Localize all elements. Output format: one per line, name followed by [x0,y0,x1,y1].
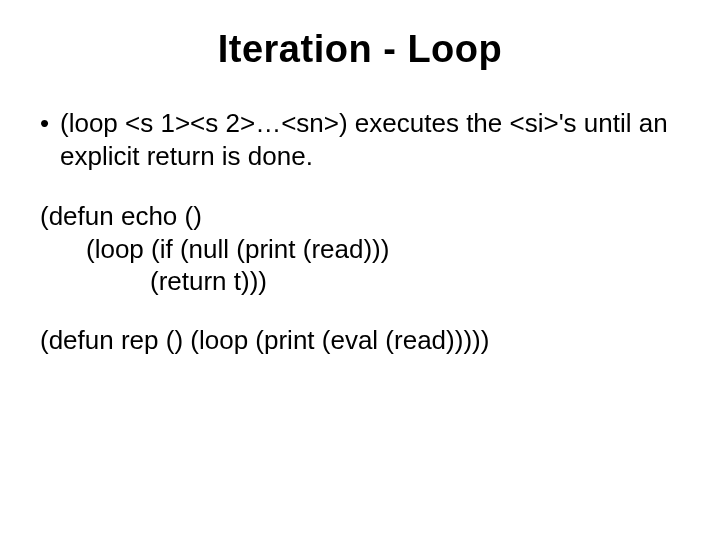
bullet-dot: • [40,107,60,172]
code-line: (loop (if (null (print (read))) [40,233,680,266]
code-line: (defun rep () (loop (print (eval (read))… [40,324,680,357]
slide-body: • (loop <s 1><s 2>…<sn>) executes the <s… [40,107,680,356]
code-line: (return t))) [40,265,680,298]
bullet-text: (loop <s 1><s 2>…<sn>) executes the <si>… [60,107,680,172]
code-line: (defun echo () [40,200,680,233]
code-block-rep: (defun rep () (loop (print (eval (read))… [40,324,680,357]
slide: Iteration - Loop • (loop <s 1><s 2>…<sn>… [0,0,720,540]
bullet-item: • (loop <s 1><s 2>…<sn>) executes the <s… [40,107,680,172]
code-block-echo: (defun echo () (loop (if (null (print (r… [40,200,680,298]
slide-title: Iteration - Loop [40,28,680,71]
